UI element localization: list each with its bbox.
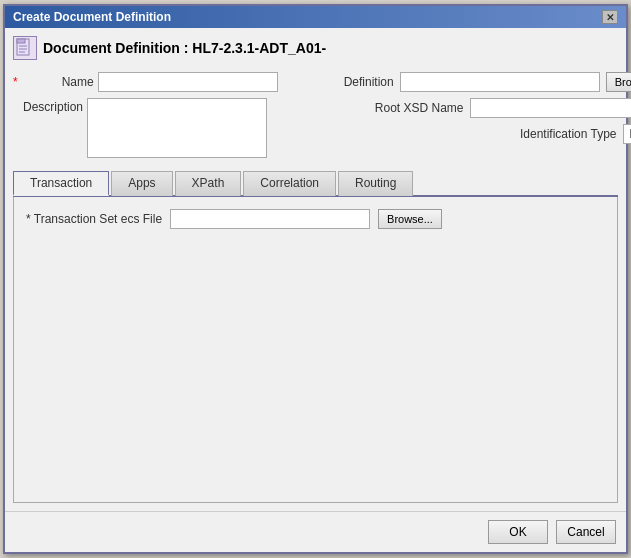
dialog-title: Create Document Definition	[13, 10, 171, 24]
transaction-file-input[interactable]	[170, 209, 370, 229]
name-input[interactable]	[98, 72, 278, 92]
tab-xpath[interactable]: XPath	[175, 171, 242, 196]
dialog-body: Document Definition : HL7-2.3.1-ADT_A01-…	[5, 28, 626, 511]
transaction-file-browse-button[interactable]: Browse...	[378, 209, 442, 229]
tab-routing[interactable]: Routing	[338, 171, 413, 196]
form-section: * Name Description Definition Browse... …	[13, 72, 618, 158]
document-icon	[13, 36, 37, 60]
svg-rect-1	[17, 39, 25, 43]
dialog-footer: OK Cancel	[5, 511, 626, 552]
description-row: Description	[13, 98, 278, 158]
definition-label: Definition	[294, 75, 394, 89]
tab-content-transaction: * Transaction Set ecs File Browse...	[13, 197, 618, 503]
root-xsd-label: Root XSD Name	[364, 101, 464, 115]
definition-input[interactable]	[400, 72, 600, 92]
name-label: Name	[24, 75, 94, 89]
root-xsd-input[interactable]	[470, 98, 631, 118]
description-textarea[interactable]	[87, 98, 267, 158]
doc-header: Document Definition : HL7-2.3.1-ADT_A01-	[13, 36, 618, 60]
identification-label: Identification Type	[517, 127, 617, 141]
transaction-file-row: * Transaction Set ecs File Browse...	[26, 209, 605, 229]
identification-row: Identification Type Flat	[294, 124, 631, 144]
description-label: Description	[13, 98, 83, 114]
root-xsd-row: Root XSD Name	[294, 98, 631, 118]
transaction-file-label: * Transaction Set ecs File	[26, 212, 162, 226]
tab-correlation[interactable]: Correlation	[243, 171, 336, 196]
left-form: * Name Description	[13, 72, 278, 158]
cancel-button[interactable]: Cancel	[556, 520, 616, 544]
tab-transaction[interactable]: Transaction	[13, 171, 109, 196]
name-row: * Name	[13, 72, 278, 92]
tabs-area: Transaction Apps XPath Correlation Routi…	[13, 170, 618, 503]
title-bar: Create Document Definition ✕	[5, 6, 626, 28]
name-required-indicator: *	[13, 75, 18, 89]
identification-type-select[interactable]: Flat	[623, 124, 631, 144]
definition-row: Definition Browse...	[294, 72, 631, 92]
tab-apps[interactable]: Apps	[111, 171, 172, 196]
ok-button[interactable]: OK	[488, 520, 548, 544]
close-button[interactable]: ✕	[602, 10, 618, 24]
doc-definition-title: Document Definition : HL7-2.3.1-ADT_A01-	[43, 40, 326, 56]
definition-browse-button[interactable]: Browse...	[606, 72, 631, 92]
dialog-window: Create Document Definition ✕ Document De…	[3, 4, 628, 554]
tabs-header: Transaction Apps XPath Correlation Routi…	[13, 170, 618, 197]
right-form: Definition Browse... Root XSD Name Ident…	[294, 72, 631, 158]
